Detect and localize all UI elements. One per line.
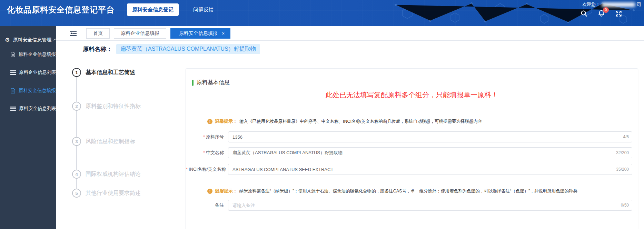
field-label: 备注 xyxy=(186,202,228,208)
single-material-warning: 此处已无法填写复配原料多个组分，只能填报单一原料！ xyxy=(186,90,638,100)
sidebar-item-safety-info-fill[interactable]: 原料安全信息填报 xyxy=(10,88,56,94)
sidebar-item-label: 原料企业信息填报 xyxy=(19,51,56,58)
document-icon xyxy=(10,88,16,93)
step-label: 原料鉴别和特征性指标 xyxy=(86,103,141,110)
tab-label: 首页 xyxy=(93,30,103,37)
step-3-risk-control-indicators[interactable]: 3 风险信息和控制指标 xyxy=(72,137,135,146)
field-label: *原料序号 xyxy=(186,134,228,140)
welcome-area: 欢迎您！ 司 xyxy=(582,1,641,8)
field-label-text: 中文名称 xyxy=(206,150,224,155)
tip-label: 温馨提示： xyxy=(215,188,237,194)
top-header: 化妆品原料安全信息登记平台 原料安全信息登记 问题反馈 欢迎您！ 司 0 xyxy=(0,0,644,26)
field-row-remark: 备注 0/50 xyxy=(186,200,632,211)
step-label: 基本信息和工艺简述 xyxy=(86,69,135,76)
sidebar-group-label: 原料安全信息管理 xyxy=(13,37,51,43)
tab-enterprise-info-fill[interactable]: 原料企业信息填报 xyxy=(114,28,166,39)
sidebar-item-label: 原料企业信息列表 xyxy=(19,69,56,76)
sidebar: ⚙ 原料安全信息管理 原料企业信息填报 原料企业信息列表 原料安全信息填报 xyxy=(0,26,56,229)
app-window: 化妆品原料安全信息登记平台 原料安全信息登记 问题反馈 欢迎您！ 司 0 xyxy=(0,0,644,229)
main-content: 首页 原料企业信息填报 原料安全信息填报 × 原料名称： 扁茎黄芪（ASTRAG… xyxy=(56,26,644,229)
serial-number-input[interactable] xyxy=(228,131,632,142)
char-counter: 0/50 xyxy=(621,203,629,208)
section-accent-bar xyxy=(192,80,194,86)
material-name-row: 原料名称： 扁茎黄芪（ASTRAGALUS COMPLANATUS）籽提取物 xyxy=(83,44,260,54)
redacted-username xyxy=(602,2,635,7)
field-row-inci-name: *INCI名称/英文名称 35/200 xyxy=(186,164,632,175)
tip-text: 纳米原料需备注“（纳米级）”；使用来源于石油、煤焦油的碳氢化合物的，应备注CAS… xyxy=(239,188,577,194)
info-icon: ! xyxy=(207,119,212,124)
basic-info-card: 原料基本信息 此处已无法填写复配原料多个组分，只能填报单一原料！ ! 温馨提示：… xyxy=(186,68,638,229)
field-row-chinese-name: *中文名称 32/200 xyxy=(186,147,632,158)
tab-bar: 首页 原料企业信息填报 原料安全信息填报 × xyxy=(56,26,644,41)
close-icon[interactable]: × xyxy=(222,31,225,36)
collapse-menu-icon[interactable] xyxy=(70,31,77,36)
field-label-text: 原料序号 xyxy=(206,134,224,139)
nav-registration-button[interactable]: 原料安全信息登记 xyxy=(127,3,179,16)
input-wrapper: 4/6 xyxy=(228,131,632,142)
welcome-text: 欢迎您！ xyxy=(582,1,600,8)
field-label: *中文名称 xyxy=(186,150,228,156)
header-left: 化妆品原料安全信息登记平台 原料安全信息登记 问题反馈 xyxy=(7,0,214,19)
field-label-text: 备注 xyxy=(215,202,224,208)
remark-input[interactable] xyxy=(228,200,632,211)
step-number: 3 xyxy=(72,137,81,146)
step-label: 其他行业使用要求简述 xyxy=(86,190,141,197)
inci-name-input[interactable] xyxy=(228,164,632,175)
step-number: 5 xyxy=(72,189,81,198)
field-label: *INCI名称/英文名称 xyxy=(186,166,228,172)
step-1-basic-info[interactable]: 1 基本信息和工艺简述 xyxy=(72,68,135,77)
sidebar-item-enterprise-info-list[interactable]: 原料企业信息列表 xyxy=(10,69,56,76)
char-counter: 35/200 xyxy=(616,167,629,172)
app-title: 化妆品原料安全信息登记平台 xyxy=(7,4,115,15)
step-number: 1 xyxy=(72,68,81,77)
char-counter: 32/200 xyxy=(616,150,629,155)
material-name-value: 扁茎黄芪（ASTRAGALUS COMPLANATUS）籽提取物 xyxy=(116,44,260,54)
section-header: 原料基本信息 xyxy=(192,79,638,86)
list-icon xyxy=(10,70,16,75)
welcome-text-suffix: 司 xyxy=(637,1,641,8)
info-icon: ! xyxy=(207,189,212,194)
tip-remark-rules: ! 温馨提示： 纳米原料需备注“（纳米级）”；使用来源于石油、煤焦油的碳氢化合物… xyxy=(207,188,638,194)
search-icon[interactable] xyxy=(580,9,588,18)
sidebar-item-enterprise-info-fill[interactable]: 原料企业信息填报 xyxy=(10,51,56,58)
step-number: 2 xyxy=(72,102,81,111)
input-wrapper: 0/50 xyxy=(228,200,632,211)
chevron-up-icon xyxy=(53,39,57,42)
required-mark: * xyxy=(203,134,205,139)
sidebar-item-safety-info-list[interactable]: 原料安全信息列表 xyxy=(10,106,56,112)
sidebar-group-material-safety-management[interactable]: ⚙ 原料安全信息管理 xyxy=(5,37,57,43)
header-icon-row: 0 xyxy=(580,9,623,18)
list-icon xyxy=(10,107,16,111)
step-label: 风险信息和控制指标 xyxy=(86,138,135,145)
section-divider xyxy=(214,226,631,226)
document-icon xyxy=(10,52,16,57)
tab-home[interactable]: 首页 xyxy=(86,28,110,39)
char-counter: 4/6 xyxy=(623,135,629,139)
tab-label: 原料安全信息填报 xyxy=(179,30,218,37)
bell-icon[interactable]: 0 xyxy=(597,9,605,18)
tab-label: 原料企业信息填报 xyxy=(121,30,159,37)
step-5-other-industry-requirements[interactable]: 5 其他行业使用要求简述 xyxy=(72,189,141,198)
fullscreen-icon[interactable] xyxy=(614,9,623,18)
tip-text: 输入《已使用化妆品原料目录》中的序号、中文名称、INCI名称/英文名称的前几位后… xyxy=(239,119,482,125)
tab-safety-info-fill[interactable]: 原料安全信息填报 × xyxy=(170,28,230,39)
step-number: 4 xyxy=(72,170,81,179)
field-row-serial-number: *原料序号 4/6 xyxy=(186,131,632,142)
notification-badge: 0 xyxy=(603,7,609,13)
material-name-label: 原料名称： xyxy=(83,45,112,53)
gear-icon: ⚙ xyxy=(5,37,10,43)
input-wrapper: 32/200 xyxy=(228,147,632,158)
chinese-name-input[interactable] xyxy=(228,147,632,158)
section-title: 原料基本信息 xyxy=(197,79,230,86)
required-mark: * xyxy=(186,167,188,172)
tip-label: 温馨提示： xyxy=(215,118,237,125)
step-2-identification-indicators[interactable]: 2 原料鉴别和特征性指标 xyxy=(72,102,141,111)
step-label: 国际权威机构评估结论 xyxy=(86,171,141,178)
field-label-text: INCI名称/英文名称 xyxy=(189,167,226,172)
sidebar-item-label: 原料安全信息列表 xyxy=(19,106,56,112)
step-4-international-evaluation[interactable]: 4 国际权威机构评估结论 xyxy=(72,170,141,179)
tip-autocomplete: ! 温馨提示： 输入《已使用化妆品原料目录》中的序号、中文名称、INCI名称/英… xyxy=(207,118,638,125)
required-mark: * xyxy=(203,150,205,155)
nav-feedback-link[interactable]: 问题反馈 xyxy=(193,7,214,13)
sidebar-item-label: 原料安全信息填报 xyxy=(19,88,56,94)
